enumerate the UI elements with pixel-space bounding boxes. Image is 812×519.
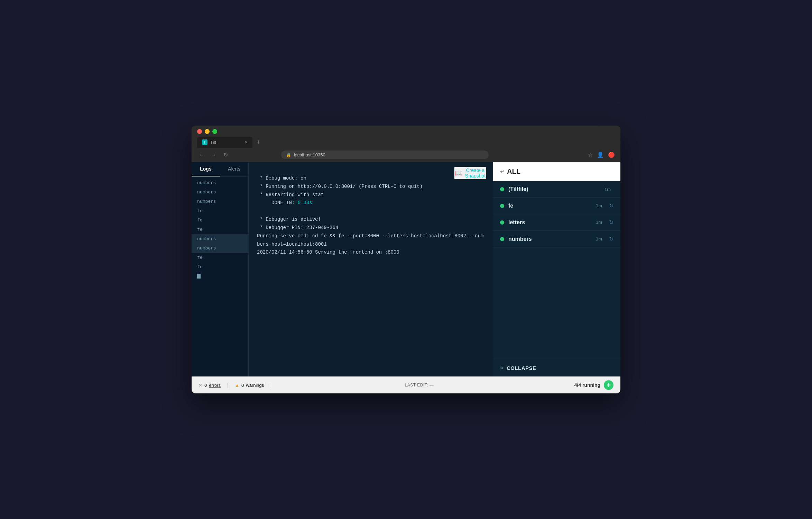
all-label: ALL xyxy=(507,167,520,175)
status-last-edit: LAST EDIT: — xyxy=(271,383,567,388)
errors-label[interactable]: errors xyxy=(209,383,221,388)
fullscreen-button[interactable] xyxy=(212,129,217,134)
refresh-icon-letters[interactable]: ↻ xyxy=(609,219,613,226)
service-item-letters[interactable]: letters 1m ↻ xyxy=(493,214,620,231)
warnings-label: warnings xyxy=(246,383,264,388)
address-field[interactable]: 🔒 localhost:10350 xyxy=(281,151,489,159)
address-bar: ← → ↻ 🔒 localhost:10350 ☆ 👤 🔴 xyxy=(192,148,620,162)
collapse-arrows-icon: » xyxy=(500,365,503,371)
list-item[interactable]: fe xyxy=(192,225,248,234)
log-main: 📖 Create aSnapshot * Debug mode: on * Ru… xyxy=(249,162,493,376)
right-panel: ↵ ALL (Tiltfile) 1m fe 1m ↻ letters xyxy=(493,162,620,376)
list-item[interactable]: numbers xyxy=(192,188,248,197)
snapshot-bar: 📖 Create aSnapshot xyxy=(447,162,493,184)
log-entries: numbers numbers numbers fe fe fe numbers… xyxy=(192,177,248,283)
done-in-value: 0.33s xyxy=(298,200,312,206)
all-header[interactable]: ↵ ALL xyxy=(493,162,620,181)
status-warnings: ▲ 0 warnings xyxy=(228,383,271,388)
app-content: Logs Alerts numbers numbers numbers fe f… xyxy=(192,162,620,376)
service-name: fe xyxy=(508,203,592,209)
list-item[interactable]: numbers xyxy=(192,178,248,188)
service-name: letters xyxy=(508,219,592,226)
service-item-numbers[interactable]: numbers 1m ↻ xyxy=(493,231,620,247)
log-line: Running serve cmd: cd fe && fe --port=80… xyxy=(257,232,485,249)
status-dot-fe xyxy=(500,204,504,208)
service-list: (Tiltfile) 1m fe 1m ↻ letters 1m ↻ xyxy=(493,181,620,359)
service-name: (Tiltfile) xyxy=(508,186,600,192)
logs-tab[interactable]: Logs xyxy=(192,162,220,176)
new-tab-button[interactable]: + xyxy=(254,137,263,147)
tilt-favicon: T xyxy=(202,139,207,145)
service-item-tiltfile[interactable]: (Tiltfile) 1m xyxy=(493,181,620,198)
extension-icon: 🔴 xyxy=(608,152,615,158)
active-tab[interactable]: T Tilt × xyxy=(197,137,252,148)
tilt-status-logo[interactable]: ✛ xyxy=(604,380,613,390)
forward-button[interactable]: → xyxy=(210,151,218,159)
address-right-actions: ☆ 👤 🔴 xyxy=(588,152,615,158)
log-tabs: Logs Alerts xyxy=(192,162,248,177)
collapse-label: COLLAPSE xyxy=(507,365,536,371)
list-item[interactable]: numbers xyxy=(192,244,248,253)
tab-bar: T Tilt × + xyxy=(197,137,615,148)
refresh-icon-numbers[interactable]: ↻ xyxy=(609,236,613,242)
create-snapshot-button[interactable]: 📖 Create aSnapshot xyxy=(454,167,486,179)
log-line: * Debugger PIN: 237-049-364 xyxy=(257,224,485,232)
list-item[interactable]: fe xyxy=(192,253,248,262)
warnings-count: 0 xyxy=(241,383,244,388)
service-time: 1m xyxy=(596,236,602,242)
bookmark-icon[interactable]: ☆ xyxy=(588,152,593,158)
close-button[interactable] xyxy=(197,129,202,134)
list-item[interactable]: numbers xyxy=(192,234,248,244)
browser-chrome: T Tilt × + xyxy=(192,126,620,148)
url-display: localhost:10350 xyxy=(294,152,325,157)
status-running: 4/4 running ✛ xyxy=(568,380,613,390)
service-name: numbers xyxy=(508,236,592,242)
warning-icon: ▲ xyxy=(235,383,239,388)
list-item[interactable]: numbers xyxy=(192,197,248,206)
refresh-button[interactable]: ↻ xyxy=(222,151,229,159)
log-spacer xyxy=(257,207,485,216)
tab-close-icon[interactable]: × xyxy=(245,139,248,145)
snapshot-icon: 📖 xyxy=(455,169,462,177)
status-dot-numbers xyxy=(500,237,504,241)
log-cursor xyxy=(197,274,201,279)
tab-title: Tilt xyxy=(210,140,216,145)
back-button[interactable]: ← xyxy=(197,151,205,159)
service-time: 1m xyxy=(605,187,611,192)
last-edit-label: LAST EDIT: xyxy=(405,383,428,388)
service-item-fe[interactable]: fe 1m ↻ xyxy=(493,198,620,214)
log-line: 2020/02/11 14:56:50 Serving the frontend… xyxy=(257,248,485,257)
status-dot-letters xyxy=(500,220,504,225)
log-line: * Restarting with stat xyxy=(257,191,485,199)
minimize-button[interactable] xyxy=(205,129,210,134)
secure-icon: 🔒 xyxy=(286,153,291,157)
alerts-tab[interactable]: Alerts xyxy=(220,162,248,176)
error-icon: ✕ xyxy=(199,383,202,388)
errors-count: 0 xyxy=(204,383,207,388)
profile-icon: 👤 xyxy=(597,152,604,158)
list-item[interactable]: fe xyxy=(192,216,248,225)
traffic-lights xyxy=(197,129,615,134)
collapse-bar[interactable]: » COLLAPSE xyxy=(493,359,620,376)
status-dot-tiltfile xyxy=(500,187,504,191)
all-header-arrow: ↵ xyxy=(500,169,504,174)
log-sidebar: Logs Alerts numbers numbers numbers fe f… xyxy=(192,162,249,376)
browser-window: T Tilt × + ← → ↻ 🔒 localhost:10350 ☆ 👤 🔴… xyxy=(192,126,620,393)
log-line: * Debugger is active! xyxy=(257,216,485,224)
status-errors: ✕ 0 errors xyxy=(199,383,228,388)
log-line: DONE IN: 0.33s xyxy=(257,199,485,207)
last-edit-value: — xyxy=(430,383,434,388)
list-item[interactable]: fe xyxy=(192,262,248,272)
snapshot-label: Create aSnapshot xyxy=(465,167,486,179)
service-time: 1m xyxy=(596,220,602,225)
running-text: 4/4 running xyxy=(574,382,600,388)
service-time: 1m xyxy=(596,203,602,208)
status-bar: ✕ 0 errors ▲ 0 warnings LAST EDIT: — 4/4… xyxy=(192,376,620,393)
refresh-icon-fe[interactable]: ↻ xyxy=(609,202,613,209)
list-item[interactable]: fe xyxy=(192,206,248,216)
